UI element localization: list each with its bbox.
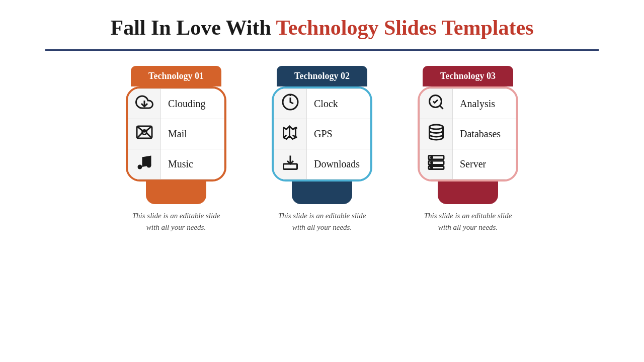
gps-icon <box>281 123 299 141</box>
watch-table-1: Clouding <box>128 88 224 179</box>
watch-body-3: Analysis Databases <box>418 86 518 182</box>
cloud-download-icon <box>135 93 153 111</box>
watch-header-3: Technology 03 <box>423 66 513 86</box>
svg-line-3 <box>137 126 144 132</box>
watch-footer-1 <box>146 182 206 204</box>
svg-line-5 <box>137 133 142 139</box>
watch-body-2: Clock <box>272 86 372 182</box>
label-databases: Databases <box>453 119 516 149</box>
analysis-icon <box>427 93 445 111</box>
svg-line-6 <box>147 133 152 139</box>
watch-header-1: Technology 01 <box>131 66 221 86</box>
label-clouding: Clouding <box>161 89 224 119</box>
cards-row: Technology 01 Clouding <box>118 66 526 352</box>
table-row: Server <box>420 149 516 179</box>
watch-shape-2: Technology 02 Clock <box>269 66 375 204</box>
svg-line-4 <box>144 126 152 132</box>
label-clock: Clock <box>307 89 370 119</box>
watch-body-1: Clouding <box>126 86 226 182</box>
databases-icon <box>427 123 445 141</box>
label-server: Server <box>453 149 516 179</box>
label-analysis: Analysis <box>453 89 516 119</box>
icon-cell-analysis <box>420 89 453 119</box>
svg-line-19 <box>440 106 443 109</box>
card-2: Technology 02 Clock <box>264 66 380 352</box>
title-plain: Fall In Love With <box>111 16 276 39</box>
watch-shape-1: Technology 01 Clouding <box>123 66 229 204</box>
card-1: Technology 01 Clouding <box>118 66 234 352</box>
icon-cell-music <box>128 149 161 179</box>
icon-cell-databases <box>420 119 453 149</box>
svg-point-24 <box>431 157 433 158</box>
icon-cell-server <box>420 149 453 179</box>
card-description-3: This slide is an editable slide with all… <box>418 210 518 233</box>
table-row: Downloads <box>274 149 370 179</box>
watch-table-2: Clock <box>274 88 370 179</box>
card-description-1: This slide is an editable slide with all… <box>126 210 226 233</box>
title-colored: Technology Slides Templates <box>276 16 534 39</box>
card-3: Technology 03 Analysis <box>410 66 526 352</box>
watch-shape-3: Technology 03 Analysis <box>415 66 521 204</box>
title-underline <box>45 49 599 51</box>
icon-cell-gps <box>274 119 307 149</box>
svg-point-7 <box>138 165 142 169</box>
label-downloads: Downloads <box>307 149 370 179</box>
svg-point-20 <box>430 125 443 129</box>
table-row: Clouding <box>128 89 224 119</box>
table-row: Mail <box>128 119 224 149</box>
icon-cell-clock <box>274 89 307 119</box>
label-music: Music <box>161 149 224 179</box>
table-row: GPS <box>274 119 370 149</box>
svg-line-15 <box>293 135 297 138</box>
main-title: Fall In Love With Technology Slides Temp… <box>111 15 534 40</box>
table-row: Databases <box>420 119 516 149</box>
table-row: Clock <box>274 89 370 119</box>
label-mail: Mail <box>161 119 224 149</box>
icon-cell-mail <box>128 119 161 149</box>
label-gps: GPS <box>307 119 370 149</box>
svg-point-25 <box>431 162 433 164</box>
card-description-2: This slide is an editable slide with all… <box>272 210 372 233</box>
icon-cell-download <box>274 149 307 179</box>
watch-footer-3 <box>438 182 498 204</box>
svg-line-14 <box>293 128 297 129</box>
page: Fall In Love With Technology Slides Temp… <box>0 0 644 362</box>
server-icon <box>427 153 445 171</box>
icon-cell-cloud <box>128 89 161 119</box>
mail-icon <box>135 123 153 141</box>
title-area: Fall In Love With Technology Slides Temp… <box>111 15 534 40</box>
svg-point-8 <box>147 163 151 168</box>
table-row: Analysis <box>420 89 516 119</box>
clock-icon <box>281 93 299 111</box>
download-icon <box>281 153 299 171</box>
music-icon <box>135 153 153 171</box>
table-row: Music <box>128 149 224 179</box>
svg-point-26 <box>431 167 433 168</box>
watch-table-3: Analysis Databases <box>420 88 516 179</box>
watch-header-2: Technology 02 <box>277 66 367 86</box>
watch-footer-2 <box>292 182 352 204</box>
